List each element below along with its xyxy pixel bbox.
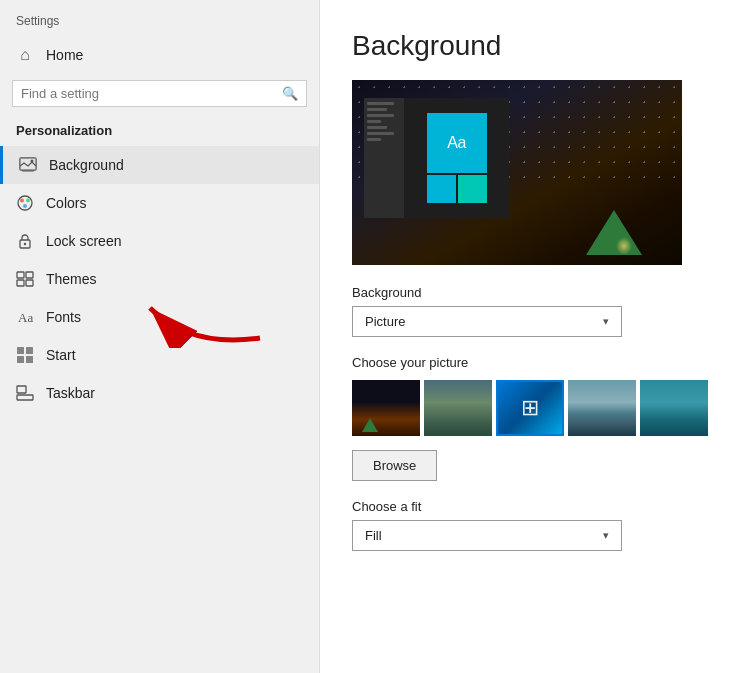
sidebar-item-lock-screen[interactable]: Lock screen: [0, 222, 319, 260]
sidebar-item-home[interactable]: Home: [0, 36, 319, 74]
preview-mini-main: Aa: [404, 98, 509, 218]
sidebar-item-themes[interactable]: Themes: [0, 260, 319, 298]
svg-point-2: [31, 160, 34, 163]
choose-fit-label: Choose a fit: [352, 499, 723, 514]
mini-line-2: [367, 108, 387, 111]
colors-icon: [16, 194, 34, 212]
preview-window: Aa: [364, 98, 509, 218]
sidebar-item-taskbar[interactable]: Taskbar: [0, 374, 319, 412]
page-title: Background: [352, 30, 723, 62]
preview-tile-main: Aa: [427, 113, 487, 173]
preview-tent-glow: [616, 237, 632, 255]
windows-logo-icon: ⊞: [521, 395, 539, 421]
sidebar: Settings Home 🔍 Personalization Backgrou…: [0, 0, 320, 673]
thumbnail-5[interactable]: [640, 380, 708, 436]
svg-rect-17: [17, 356, 24, 363]
preview-tile-sm-2: [458, 175, 487, 203]
section-label: Personalization: [0, 117, 319, 146]
preview-tiles-row: [427, 175, 487, 203]
svg-rect-20: [17, 386, 26, 393]
svg-rect-16: [26, 347, 33, 354]
svg-rect-15: [17, 347, 24, 354]
start-icon: [16, 346, 34, 364]
nav-label-taskbar: Taskbar: [46, 385, 95, 401]
svg-point-5: [20, 199, 24, 203]
search-icon[interactable]: 🔍: [282, 86, 298, 101]
picture-thumbnails: ⊞: [352, 380, 723, 436]
svg-rect-18: [26, 356, 33, 363]
thumbnail-2[interactable]: [424, 380, 492, 436]
sidebar-item-background[interactable]: Background: [0, 146, 319, 184]
nav-label-fonts: Fonts: [46, 309, 81, 325]
sidebar-item-start[interactable]: Start: [0, 336, 319, 374]
nav-label-background: Background: [49, 157, 124, 173]
svg-rect-3: [22, 170, 34, 172]
browse-button[interactable]: Browse: [352, 450, 437, 481]
sidebar-item-colors[interactable]: Colors: [0, 184, 319, 222]
background-dropdown[interactable]: Picture ▾: [352, 306, 622, 337]
mini-line-7: [367, 138, 381, 141]
fonts-icon: Aa: [16, 308, 34, 326]
home-label: Home: [46, 47, 83, 63]
taskbar-icon: [16, 384, 34, 402]
background-preview: Aa: [352, 80, 682, 265]
svg-text:Aa: Aa: [18, 310, 33, 325]
themes-icon: [16, 270, 34, 288]
svg-point-9: [24, 243, 26, 245]
mini-line-5: [367, 126, 387, 129]
app-title: Settings: [0, 0, 319, 36]
mini-line-6: [367, 132, 394, 135]
svg-rect-13: [26, 280, 33, 286]
mini-line-3: [367, 114, 394, 117]
fit-dropdown-value: Fill: [365, 528, 382, 543]
mini-line-4: [367, 120, 381, 123]
background-label: Background: [352, 285, 723, 300]
nav-label-colors: Colors: [46, 195, 86, 211]
background-dropdown-value: Picture: [365, 314, 405, 329]
sidebar-item-fonts[interactable]: Aa Fonts: [0, 298, 319, 336]
fit-chevron-down-icon: ▾: [603, 529, 609, 542]
svg-point-7: [23, 204, 27, 208]
search-box[interactable]: 🔍: [12, 80, 307, 107]
lock-icon: [16, 232, 34, 250]
search-input[interactable]: [21, 86, 282, 101]
home-icon: [16, 46, 34, 64]
preview-tile-sm-1: [427, 175, 456, 203]
svg-rect-10: [17, 272, 24, 278]
main-content: Background Aa: [320, 0, 755, 673]
thumbnail-1[interactable]: [352, 380, 420, 436]
choose-picture-label: Choose your picture: [352, 355, 723, 370]
nav-label-start: Start: [46, 347, 76, 363]
fit-dropdown[interactable]: Fill ▾: [352, 520, 622, 551]
preview-tent: [586, 210, 642, 255]
preview-mini-sidebar: [364, 98, 404, 218]
thumbnail-4[interactable]: [568, 380, 636, 436]
chevron-down-icon: ▾: [603, 315, 609, 328]
svg-rect-12: [17, 280, 24, 286]
nav-label-themes: Themes: [46, 271, 97, 287]
svg-rect-11: [26, 272, 33, 278]
nav-label-lock-screen: Lock screen: [46, 233, 121, 249]
mini-line-1: [367, 102, 394, 105]
svg-point-6: [26, 199, 30, 203]
thumbnail-3[interactable]: ⊞: [496, 380, 564, 436]
background-icon: [19, 156, 37, 174]
svg-rect-19: [17, 395, 33, 400]
